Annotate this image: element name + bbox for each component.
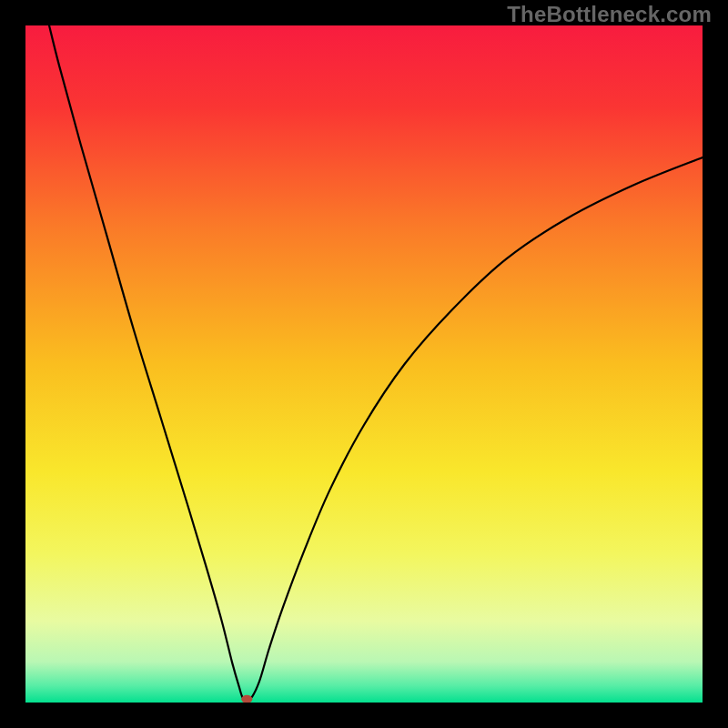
- chart-frame: TheBottleneck.com: [0, 0, 728, 728]
- plot-area: [25, 25, 703, 703]
- gradient-background: [25, 25, 703, 703]
- chart-svg: [25, 25, 703, 703]
- watermark-text: TheBottleneck.com: [507, 2, 712, 27]
